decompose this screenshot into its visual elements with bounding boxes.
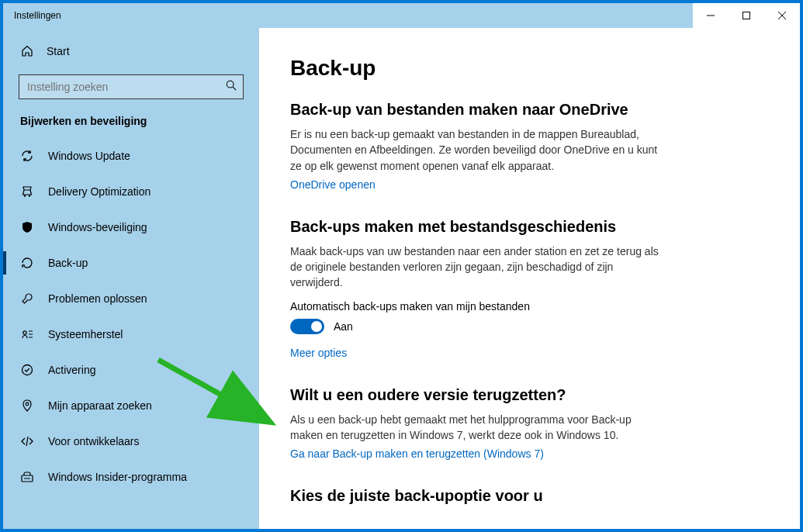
section-file-history: Back-ups maken met bestandsgeschiedenis … <box>290 218 769 360</box>
sidebar-item-backup[interactable]: Back-up <box>3 245 259 281</box>
auto-backup-toggle[interactable] <box>290 319 324 334</box>
sidebar-item-label: Mijn apparaat zoeken <box>48 399 152 412</box>
svg-point-10 <box>26 402 29 406</box>
toggle-state-label: Aan <box>334 320 353 333</box>
sidebar-item-label: Windows Update <box>48 150 130 162</box>
sidebar-item-label: Windows-beveiliging <box>48 221 147 233</box>
toggle-description: Automatisch back-ups maken van mijn best… <box>290 300 769 313</box>
troubleshoot-icon <box>20 292 34 306</box>
close-button[interactable] <box>764 3 800 28</box>
sidebar-item-sync[interactable]: Windows Update <box>3 138 259 174</box>
more-options-link[interactable]: Meer opties <box>290 347 347 359</box>
sidebar-item-troubleshoot[interactable]: Problemen oplossen <box>3 281 259 316</box>
sidebar-item-label: Systeemherstel <box>48 328 123 340</box>
sidebar-item-label: Activering <box>48 364 95 376</box>
section-older-version: Wilt u een oudere versie terugzetten? Al… <box>290 386 769 461</box>
section-body: Als u een back-up hebt gemaakt met het h… <box>290 412 663 444</box>
sync-icon <box>20 149 34 163</box>
section-heading: Back-ups maken met bestandsgeschiedenis <box>290 218 769 236</box>
section-heading: Wilt u een oudere versie terugzetten? <box>290 386 769 404</box>
sidebar-nav: Windows UpdateDelivery OptimizationWindo… <box>3 138 259 495</box>
svg-point-4 <box>227 81 234 88</box>
find-icon <box>20 399 34 413</box>
settings-window: Instellingen Start Bijwerken en b <box>3 3 800 529</box>
search-input[interactable] <box>27 81 226 93</box>
section-choose-option: Kies de juiste back-upoptie voor u <box>290 487 769 505</box>
home-icon <box>20 44 34 58</box>
home-button[interactable]: Start <box>3 36 259 67</box>
dev-icon <box>20 434 34 448</box>
sidebar-section-title: Bijwerken en beveiliging <box>3 110 259 138</box>
sidebar-item-activation[interactable]: Activering <box>3 352 259 388</box>
sidebar-item-label: Back-up <box>48 257 88 269</box>
maximize-button[interactable] <box>729 3 764 28</box>
svg-point-7 <box>29 195 30 196</box>
sidebar-item-recovery[interactable]: Systeemherstel <box>3 316 259 352</box>
backup-restore-win7-link[interactable]: Ga naar Back-up maken en terugzetten (Wi… <box>290 447 544 460</box>
sidebar-item-label: Delivery Optimization <box>48 185 151 198</box>
section-body: Er is nu een back-up gemaakt van bestand… <box>290 126 663 174</box>
insider-icon <box>20 470 34 484</box>
shield-icon <box>20 220 34 234</box>
onedrive-open-link[interactable]: OneDrive openen <box>290 178 376 191</box>
sidebar-item-find[interactable]: Mijn apparaat zoeken <box>3 388 259 423</box>
recovery-icon <box>20 327 34 341</box>
sidebar-item-label: Problemen oplossen <box>48 292 147 305</box>
sidebar-item-shield[interactable]: Windows-beveiliging <box>3 209 259 245</box>
sidebar-item-dev[interactable]: Voor ontwikkelaars <box>3 423 259 459</box>
section-heading: Kies de juiste back-upoptie voor u <box>290 487 769 505</box>
activation-icon <box>20 363 34 377</box>
backup-icon <box>20 256 34 270</box>
search-box[interactable] <box>19 74 244 99</box>
svg-rect-1 <box>743 12 750 19</box>
sidebar-item-insider[interactable]: Windows Insider-programma <box>3 459 259 495</box>
svg-line-5 <box>233 87 236 90</box>
main-content: Back-up Back-up van bestanden maken naar… <box>259 28 800 529</box>
sidebar-item-label: Voor ontwikkelaars <box>48 435 140 447</box>
search-icon <box>226 80 237 94</box>
svg-point-6 <box>24 195 26 196</box>
home-label: Start <box>47 45 70 57</box>
sidebar-item-label: Windows Insider-programma <box>48 471 187 483</box>
window-title: Instellingen <box>3 10 61 21</box>
sidebar-item-delivery[interactable]: Delivery Optimization <box>3 174 259 209</box>
titlebar: Instellingen <box>3 3 800 28</box>
delivery-icon <box>20 185 34 199</box>
section-onedrive: Back-up van bestanden maken naar OneDriv… <box>290 101 769 192</box>
sidebar: Start Bijwerken en beveiliging Windows U… <box>3 28 259 529</box>
minimize-button[interactable] <box>693 3 729 28</box>
page-title: Back-up <box>290 56 769 81</box>
section-body: Maak back-ups van uw bestanden naar een … <box>290 244 663 291</box>
svg-point-9 <box>22 365 33 375</box>
svg-point-8 <box>23 331 26 334</box>
section-heading: Back-up van bestanden maken naar OneDriv… <box>290 101 769 119</box>
